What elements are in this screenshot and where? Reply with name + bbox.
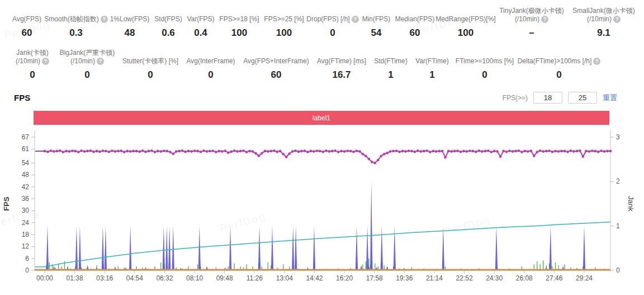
stat-value: 60 [22,27,32,39]
fps-point [475,151,477,153]
fps-point [502,150,505,153]
svg-text:36: 36 [22,195,30,203]
fps-point [172,153,175,156]
fps-threshold-input-1[interactable] [533,92,562,104]
fps-point [423,150,425,153]
fps-threshold-input-2[interactable] [568,92,597,104]
fps-point [343,150,346,153]
fps-point [154,151,157,153]
fps-point [252,150,254,153]
jank-spike [394,226,396,270]
jank-spike [381,226,383,270]
stat-value: 0 [208,69,213,81]
reset-link[interactable]: 重置 [603,93,617,103]
help-icon[interactable]: ? [541,16,548,23]
jank-row-stat: Jank(卡顿)(/10min)?0 [9,48,56,81]
svg-text:14:42: 14:42 [306,274,323,282]
fps-point [472,150,475,153]
fps-point [362,153,364,156]
fps-row-stat: FPS>=18 [%]100 [217,6,262,39]
fps-point [230,151,233,153]
fps-point [273,149,276,152]
jank-spike [295,226,297,270]
fps-point [420,150,423,153]
fps-point [603,150,606,153]
fps-point [527,150,529,153]
jank-spike [102,226,104,270]
fps-point [65,150,68,153]
fps-point [331,150,334,153]
jank-spike [366,226,368,270]
svg-text:13:04: 13:04 [276,274,293,282]
jank-spike [46,226,49,270]
fps-point [572,150,575,153]
fps-point [77,151,80,153]
help-icon[interactable]: ? [101,16,108,23]
fps-row-stat: Var(FPS)0.4 [184,6,217,39]
fps-point [560,150,563,153]
svg-text:11:26: 11:26 [247,274,263,282]
svg-text:12: 12 [22,242,30,250]
fps-point [135,150,138,153]
svg-text:29:24: 29:24 [576,274,593,282]
stat-value: 60 [410,27,420,39]
svg-text:22:52: 22:52 [456,274,473,282]
jank-spike [583,226,585,270]
svg-text:27:46: 27:46 [546,274,562,282]
stat-label: Avg(FPS) [12,6,41,24]
svg-text:00:00: 00:00 [36,274,53,282]
fps-point [349,150,352,153]
stat-label: FTime>=100ms [%] [456,48,514,65]
stat-value: 0 [482,69,487,81]
svg-text:54: 54 [22,159,30,167]
fps-point [456,149,459,152]
fps-point [59,149,61,152]
fps-point [374,162,377,165]
fps-point [414,151,416,153]
fps-point [209,150,211,153]
svg-text:FPS: FPS [2,196,11,211]
jank-row-stat: BigJank(严重卡顿)(/10min)?0 [56,48,119,81]
help-icon[interactable]: ? [613,16,621,23]
fps-point [490,151,493,153]
stat-value: 0.3 [69,27,83,39]
fps-point [190,150,193,153]
jank-spike [165,226,168,270]
fps-point [132,150,135,153]
chart-canvas[interactable]: 6761544842363024181260321000:0001:3803:1… [0,130,644,284]
fps-point [499,156,502,158]
fps-point [270,150,273,153]
fps-point [108,151,111,153]
stat-label: Var(FTime) [415,48,448,65]
fps-point [111,149,113,152]
fps-point [46,151,49,153]
cumulative-series [35,222,610,267]
jank-spike [79,226,81,270]
help-icon[interactable]: ? [593,58,600,65]
fps-point [444,156,447,159]
stat-value: – [529,27,534,39]
fps-point [160,150,163,153]
help-icon[interactable]: ? [42,58,49,65]
fps-point [50,149,53,152]
fps-jank-chart[interactable]: 6761544842363024181260321000:0001:3803:1… [0,130,644,284]
jank-spike [356,226,358,270]
label1-banner: label1 [34,111,609,125]
fps-row-stat: Std(FPS)0.6 [152,6,184,39]
help-icon[interactable]: ? [97,58,104,65]
svg-text:09:48: 09:48 [216,274,233,282]
stat-label: Median(FPS) [395,6,435,24]
fps-point [304,149,306,152]
stat-label: FPS>=25 [%] [264,6,304,24]
fps-point [545,150,548,153]
fps-point [319,150,321,153]
fps-point [227,151,230,154]
stat-value: 100 [276,27,292,39]
stat-value: 60 [271,69,282,81]
fps-point [193,149,196,152]
fps-point [169,151,172,153]
help-icon[interactable]: ? [352,16,359,23]
fps-point [564,150,566,153]
fps-point [481,150,484,153]
fps-point [74,150,77,153]
